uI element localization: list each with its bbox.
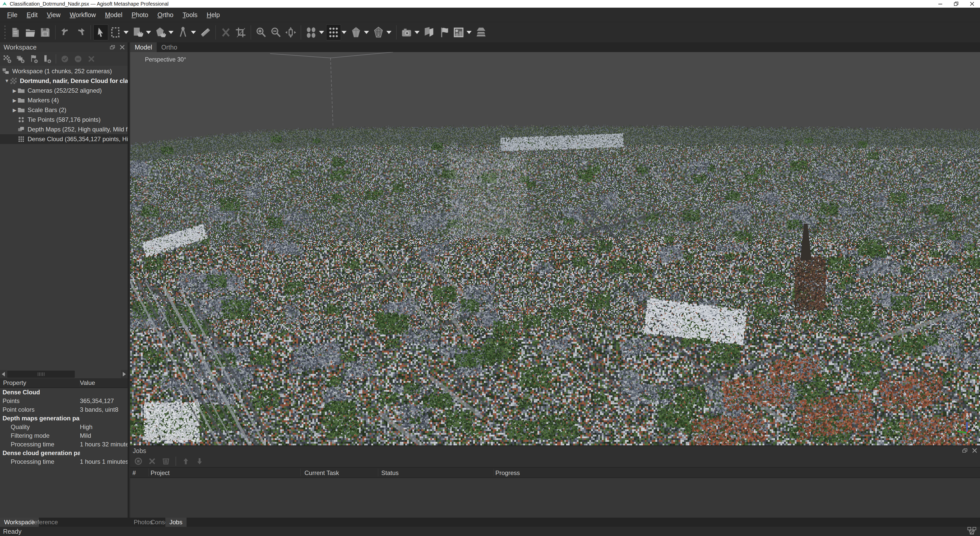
jobs-close-icon[interactable] (971, 447, 978, 454)
tree-item-dense-cloud[interactable]: Dense Cloud (365,354,127 points, High qu… (0, 134, 127, 144)
show-cameras-icon[interactable] (399, 24, 414, 40)
menu-ortho[interactable]: Ortho (153, 9, 178, 21)
close-icon[interactable] (964, 0, 980, 8)
move-down-icon[interactable] (196, 457, 204, 465)
col-progress[interactable]: Progress (495, 468, 520, 478)
redo-icon[interactable] (73, 24, 88, 40)
add-chunk-icon[interactable] (3, 54, 12, 64)
col-current-task[interactable]: Current Task (304, 468, 339, 478)
tree-item-markers[interactable]: ▶ Markers (4) (0, 95, 127, 105)
menu-workflow[interactable]: Workflow (65, 9, 100, 21)
horizontal-scrollbar[interactable] (0, 370, 127, 378)
expander-right-icon[interactable]: ▶ (12, 107, 18, 113)
cancel-icon[interactable] (148, 457, 156, 465)
property-row[interactable]: Points365,354,127 (0, 397, 127, 405)
property-row[interactable]: Processing time1 hours 32 minutes (0, 440, 127, 449)
rectangle-selection-tool-icon[interactable] (108, 24, 123, 40)
col-status[interactable]: Status (381, 468, 399, 478)
menu-tools[interactable]: Tools (178, 9, 202, 21)
undo-icon[interactable] (58, 24, 73, 40)
jobs-float-icon[interactable] (961, 447, 969, 454)
col-project[interactable]: Project (151, 468, 170, 478)
restore-icon[interactable] (948, 0, 964, 8)
property-row[interactable]: Dense Cloud (0, 388, 127, 397)
expander-right-icon[interactable]: ▶ (12, 88, 18, 94)
show-tie-points-icon[interactable] (304, 24, 318, 40)
ruler-tool-icon[interactable] (198, 24, 213, 40)
scroll-left-icon[interactable] (0, 370, 6, 378)
tree-item-workspace[interactable]: Workspace (1 chunks, 252 cameras) (0, 66, 127, 76)
property-row[interactable]: Processing time1 hours 1 minutes (0, 457, 127, 466)
tree-item-cameras[interactable]: ▶ Cameras (252/252 aligned) (0, 86, 127, 95)
model-shaded-dropdown-icon[interactable] (364, 31, 369, 34)
property-row[interactable]: Depth maps generation parameters (0, 414, 127, 423)
move-object-dropdown-icon[interactable] (146, 31, 151, 34)
tab-model[interactable]: Model (130, 42, 157, 52)
menu-photo[interactable]: Photo (127, 9, 153, 21)
enable-icon[interactable] (60, 54, 69, 64)
zoom-in-icon[interactable] (254, 24, 269, 40)
disable-icon[interactable] (73, 54, 83, 64)
tree-item-tie-points[interactable]: Tie Points (587,176 points) (0, 115, 127, 124)
show-markers-icon[interactable] (422, 24, 436, 40)
delete-job-icon[interactable] (162, 457, 170, 465)
menu-help[interactable]: Help (202, 9, 224, 21)
menu-model[interactable]: Model (100, 9, 127, 21)
property-row[interactable]: Filtering modeMild (0, 431, 127, 440)
move-object-tool-icon[interactable] (130, 24, 145, 40)
rectangle-selection-dropdown-icon[interactable] (124, 31, 129, 34)
navigation-tool-icon[interactable] (94, 24, 108, 40)
resize-region-icon[interactable] (233, 24, 248, 40)
show-model-wireframe-icon[interactable] (371, 24, 386, 40)
model-wireframe-dropdown-icon[interactable] (387, 31, 391, 34)
stop-icon[interactable] (134, 457, 142, 465)
rotate-object-dropdown-icon[interactable] (169, 31, 173, 34)
measure-tool-icon[interactable] (176, 24, 190, 40)
expander-down-icon[interactable]: ▼ (4, 78, 10, 84)
tab-jobs[interactable]: Jobs (165, 518, 186, 527)
reset-view-icon[interactable] (283, 24, 298, 40)
workspace-float-icon[interactable] (109, 43, 116, 51)
property-row[interactable]: QualityHigh (0, 423, 127, 431)
dense-cloud-dropdown-icon[interactable] (342, 31, 347, 34)
remove-icon[interactable] (87, 54, 96, 64)
new-document-icon[interactable] (8, 24, 23, 40)
show-shapes-icon[interactable] (436, 24, 451, 40)
point-cloud-canvas[interactable] (130, 52, 980, 445)
scrollbar-thumb[interactable] (7, 371, 75, 378)
measure-dropdown-icon[interactable] (191, 31, 196, 34)
add-photos-icon[interactable] (16, 54, 25, 64)
minimize-icon[interactable] (932, 0, 948, 8)
workspace-close-icon[interactable] (118, 43, 126, 51)
move-up-icon[interactable] (182, 457, 190, 465)
menu-file[interactable]: File (3, 9, 22, 21)
model-viewport[interactable]: Perspective 30° points: 365,354,127 (130, 52, 980, 445)
property-row[interactable]: Point colors3 bands, uint8 (0, 405, 127, 414)
show-model-shaded-icon[interactable] (348, 24, 363, 40)
menu-view[interactable]: View (42, 9, 65, 21)
property-row[interactable]: Dense cloud generation parameters (0, 449, 127, 457)
tab-ortho[interactable]: Ortho (157, 42, 182, 52)
cameras-dropdown-icon[interactable] (414, 31, 420, 34)
tab-reference[interactable]: Reference (25, 518, 62, 527)
show-dense-cloud-icon[interactable] (326, 24, 341, 40)
delete-selection-icon[interactable] (218, 24, 233, 40)
tie-points-dropdown-icon[interactable] (319, 31, 324, 34)
rotate-object-tool-icon[interactable] (153, 24, 168, 40)
toolbar-grip[interactable] (2, 25, 8, 40)
open-project-icon[interactable] (23, 24, 38, 40)
scroll-right-icon[interactable] (121, 370, 127, 378)
show-images-icon[interactable] (451, 24, 466, 40)
add-marker-icon[interactable] (29, 54, 38, 64)
expander-right-icon[interactable]: ▶ (12, 97, 18, 103)
tree-item-depth-maps[interactable]: Depth Maps (252, High quality, Mild filt… (0, 124, 127, 134)
add-scalebar-icon[interactable] (42, 54, 52, 64)
zoom-out-icon[interactable] (269, 24, 283, 40)
tree-item-scalebars[interactable]: ▶ Scale Bars (2) (0, 105, 127, 115)
jobs-list[interactable] (130, 478, 980, 518)
images-dropdown-icon[interactable] (466, 31, 472, 34)
show-tiled-model-icon[interactable] (474, 24, 488, 40)
save-project-icon[interactable] (38, 24, 52, 40)
menu-edit[interactable]: Edit (22, 9, 42, 21)
tree-item-chunk[interactable]: ▼ Dortmund, nadir, Dense Cloud for class… (0, 76, 127, 86)
